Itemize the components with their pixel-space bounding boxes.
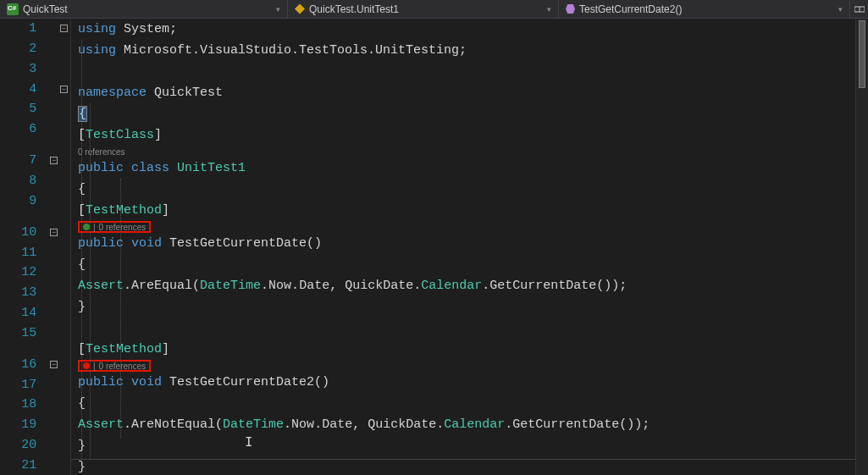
test-pass-icon	[83, 224, 90, 230]
code-line[interactable]: Assert.AreEqual(DateTime.Now.Date, Quick…	[71, 275, 868, 296]
code-line[interactable]: {	[71, 393, 868, 414]
fold-toggle[interactable]	[60, 25, 68, 32]
chevron-down-icon: ▾	[838, 5, 843, 14]
method-icon	[566, 4, 575, 14]
code-line[interactable]: [TestMethod]	[71, 339, 868, 360]
code-line[interactable]: using System;	[71, 19, 868, 40]
line-number: 15	[0, 326, 50, 340]
code-line[interactable]: }	[71, 435, 868, 456]
scroll-thumb[interactable]	[859, 20, 865, 88]
code-editor[interactable]: 1 2 3 4 5 6 7 8 9 10 11 12 13 14 15 16 1…	[0, 19, 868, 475]
fold-toggle[interactable]	[50, 157, 58, 164]
code-line[interactable]: {	[71, 179, 868, 200]
line-number: 8	[0, 174, 50, 188]
code-line[interactable]: using Microsoft.VisualStudio.TestTools.U…	[71, 40, 868, 61]
line-number: 6	[0, 122, 50, 136]
line-number: 2	[0, 41, 50, 56]
split-icon	[854, 4, 865, 14]
line-number: 11	[0, 246, 50, 260]
test-fail-icon	[83, 362, 90, 369]
line-number: 12	[0, 265, 50, 279]
line-number: 18	[0, 397, 50, 411]
test-status-annotation: |0 references	[78, 360, 151, 372]
code-line[interactable]: Assert.AreNotEqual(DateTime.Now.Date, Qu…	[71, 414, 868, 435]
line-number: 1	[0, 21, 50, 36]
line-number: 19	[0, 417, 50, 432]
codelens[interactable]: |0 references	[71, 360, 868, 372]
test-status-annotation: |0 references	[78, 221, 151, 233]
split-editor-button[interactable]	[849, 0, 868, 19]
chevron-down-icon: ▾	[276, 5, 280, 14]
line-number: 17	[0, 378, 50, 392]
line-number: 10	[0, 225, 50, 240]
vertical-scrollbar[interactable]	[855, 19, 868, 475]
line-number: 5	[0, 102, 50, 116]
project-name: QuickTest	[23, 3, 68, 15]
member-name: TestGetCurrentDate2()	[579, 3, 682, 15]
line-number: 14	[0, 306, 50, 320]
current-line-indicator	[71, 459, 855, 461]
project-dropdown[interactable]: QuickTest ▾	[0, 0, 288, 18]
fold-toggle[interactable]	[50, 229, 58, 236]
chevron-down-icon: ▾	[547, 5, 551, 14]
line-number: 3	[0, 62, 50, 76]
code-line[interactable]: {	[71, 254, 868, 275]
csharp-icon	[7, 3, 19, 15]
code-content[interactable]: using System; using Microsoft.VisualStud…	[71, 19, 868, 475]
fold-toggle[interactable]	[50, 361, 58, 368]
line-number: 20	[0, 438, 50, 452]
line-number: 9	[0, 194, 50, 208]
class-icon	[295, 4, 305, 14]
code-line[interactable]	[71, 61, 868, 82]
member-dropdown[interactable]: TestGetCurrentDate2() ▾	[559, 0, 849, 18]
code-line[interactable]: public void TestGetCurrentDate2()	[71, 372, 868, 393]
codelens[interactable]: 0 references	[71, 146, 868, 157]
code-line[interactable]: [TestMethod]	[71, 200, 868, 221]
line-number: 21	[0, 458, 50, 472]
fold-toggle[interactable]	[60, 86, 68, 93]
code-line[interactable]	[71, 318, 868, 339]
class-dropdown[interactable]: QuickTest.UnitTest1 ▾	[288, 0, 559, 18]
class-name: QuickTest.UnitTest1	[309, 3, 399, 15]
code-line[interactable]: }	[71, 296, 868, 318]
code-line[interactable]: namespace QuickTest	[71, 82, 868, 103]
code-line[interactable]: public class UnitTest1	[71, 157, 868, 179]
line-number: 16	[0, 357, 50, 372]
navigation-bar: QuickTest ▾ QuickTest.UnitTest1 ▾ TestGe…	[0, 0, 868, 19]
code-line[interactable]: [TestClass]	[71, 124, 868, 146]
line-number: 13	[0, 285, 50, 300]
code-line[interactable]: public void TestGetCurrentDate()	[71, 233, 868, 254]
code-line[interactable]: {	[71, 103, 868, 124]
line-number: 7	[0, 153, 50, 168]
gutter: 1 2 3 4 5 6 7 8 9 10 11 12 13 14 15 16 1…	[0, 19, 71, 475]
line-number: 4	[0, 82, 50, 97]
codelens[interactable]: |0 references	[71, 221, 868, 233]
